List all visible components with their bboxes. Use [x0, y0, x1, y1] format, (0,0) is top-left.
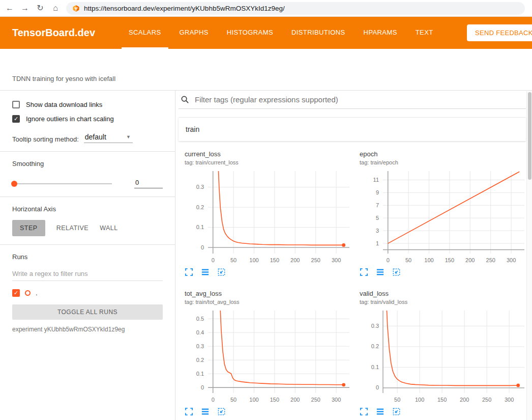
svg-text:0.1: 0.1 [371, 364, 379, 370]
chart-tag: tag: train/epoch [360, 159, 527, 165]
svg-text:200: 200 [290, 397, 300, 403]
chart-title: epoch [360, 150, 527, 158]
sidebar-divider [0, 151, 175, 152]
url-text: https://tensorboard.dev/experiment/yKUbh… [84, 5, 285, 12]
svg-text:150: 150 [437, 397, 447, 403]
smoothing-slider[interactable] [12, 183, 112, 184]
tooltip-sorting-label: Tooltip sorting method: [12, 135, 79, 143]
address-bar[interactable]: https://tensorboard.dev/experiment/yKUbh… [66, 2, 525, 15]
show-download-links-label: Show data download links [26, 101, 102, 108]
run-row[interactable]: ✓ . [12, 289, 163, 297]
toggle-all-runs-button[interactable]: TOGGLE ALL RUNS [12, 304, 163, 320]
svg-text:200: 200 [460, 397, 469, 403]
svg-text:50: 50 [230, 257, 237, 263]
tooltip-sorting-select[interactable]: default ▼ [84, 133, 133, 143]
svg-text:300: 300 [332, 397, 341, 403]
svg-text:250: 250 [311, 397, 320, 403]
fit-domain-icon[interactable] [392, 268, 401, 276]
ignore-outliers-checkbox-row[interactable]: ✓ Ignore outliers in chart scaling [12, 115, 163, 123]
fit-domain-icon[interactable] [392, 407, 401, 416]
fit-domain-icon[interactable] [217, 268, 226, 276]
chart-actions [185, 268, 352, 276]
tensorboard-favicon [72, 5, 80, 12]
fullscreen-icon[interactable] [185, 268, 193, 276]
tab-text[interactable]: TEXT [408, 17, 440, 49]
smoothing-slider-thumb[interactable] [11, 181, 17, 187]
svg-text:0: 0 [387, 257, 390, 263]
vertical-scrollbar[interactable] [526, 91, 532, 420]
tag-group-train[interactable]: train [179, 118, 526, 141]
svg-text:50: 50 [230, 397, 237, 403]
svg-text:7: 7 [376, 202, 379, 208]
fullscreen-icon[interactable] [185, 407, 193, 416]
smoothing-value[interactable]: 0 [134, 179, 163, 188]
sidebar-divider [0, 244, 175, 245]
chart-actions [360, 268, 527, 276]
chart-tag: tag: train/tot_avg_loss [185, 299, 352, 305]
tab-distributions[interactable]: DISTRIBUTIONS [284, 17, 352, 49]
svg-text:100: 100 [249, 397, 258, 403]
svg-text:0.2: 0.2 [196, 204, 204, 210]
svg-text:0.4: 0.4 [196, 329, 204, 335]
svg-text:0: 0 [212, 257, 215, 263]
fullscreen-icon[interactable] [360, 268, 368, 276]
reload-icon[interactable]: ↻ [36, 4, 45, 12]
chart-canvas: 05010015020025030000.10.20.30.40.5 [185, 306, 352, 406]
chart-card-tot-avg-loss: tot_avg_loss tag: train/tot_avg_loss 050… [179, 290, 352, 416]
runs-selector-icon[interactable] [376, 268, 385, 276]
forward-icon[interactable]: → [20, 4, 29, 12]
svg-text:0.2: 0.2 [371, 343, 379, 349]
axis-relative-button[interactable]: RELATIVE [56, 225, 89, 232]
tab-histograms[interactable]: HISTOGRAMS [220, 17, 280, 49]
chart-canvas: 5010015020025030000.10.20.3 [360, 306, 527, 406]
axis-wall-button[interactable]: WALL [100, 225, 118, 232]
filter-tags-input[interactable] [194, 95, 526, 104]
fit-domain-icon[interactable] [217, 407, 226, 416]
svg-text:0.3: 0.3 [196, 184, 204, 190]
send-feedback-button[interactable]: SEND FEEDBACK [467, 24, 532, 41]
svg-text:100: 100 [424, 257, 433, 263]
tab-hparams[interactable]: HPARAMS [357, 17, 404, 49]
svg-text:250: 250 [311, 257, 320, 263]
fullscreen-icon[interactable] [360, 407, 368, 416]
svg-text:200: 200 [465, 257, 475, 263]
smoothing-label: Smoothing [12, 160, 163, 167]
runs-filter-input[interactable] [12, 268, 163, 281]
svg-text:150: 150 [445, 257, 454, 263]
chart-title: tot_avg_loss [185, 290, 352, 297]
tab-scalars[interactable]: SCALARS [122, 17, 168, 49]
chart-canvas: 05010015020025030000.10.20.3 [185, 167, 352, 267]
experiment-description: TDNN training for yesno with icefall [0, 49, 532, 91]
back-icon[interactable]: ← [5, 4, 14, 12]
runs-label: Runs [12, 253, 163, 261]
runs-selector-icon[interactable] [201, 407, 210, 416]
axis-step-button[interactable]: STEP [12, 220, 45, 236]
svg-text:300: 300 [507, 257, 516, 263]
tag-group-title: train [186, 125, 199, 133]
search-icon [181, 95, 189, 104]
run-checkbox[interactable]: ✓ [12, 289, 20, 297]
tooltip-sorting-value: default [85, 133, 106, 141]
chart-tag: tag: train/current_loss [185, 159, 352, 165]
show-download-links-checkbox-row[interactable]: ✓ Show data download links [12, 101, 163, 108]
svg-text:0: 0 [201, 244, 204, 250]
main-nav: SCALARS GRAPHS HISTOGRAMS DISTRIBUTIONS … [120, 17, 442, 49]
chart-title: valid_loss [360, 290, 527, 297]
runs-selector-icon[interactable] [376, 407, 385, 416]
scrollbar-thumb[interactable] [528, 92, 531, 180]
home-icon[interactable]: ⌂ [51, 4, 60, 12]
tab-graphs[interactable]: GRAPHS [172, 17, 216, 49]
svg-text:200: 200 [290, 257, 300, 263]
browser-chrome: ← → ↻ ⌂ https://tensorboard.dev/experime… [0, 0, 532, 17]
ignore-outliers-label: Ignore outliers in chart scaling [26, 115, 114, 123]
chart-actions [360, 407, 527, 416]
chart-canvas: 0501001502002503001357911 [360, 167, 527, 267]
charts-grid: current_loss tag: train/current_loss 050… [179, 141, 526, 416]
svg-text:11: 11 [373, 177, 379, 183]
show-download-links-checkbox[interactable]: ✓ [12, 101, 20, 108]
runs-selector-icon[interactable] [201, 268, 210, 276]
svg-text:0.3: 0.3 [196, 343, 204, 349]
ignore-outliers-checkbox[interactable]: ✓ [12, 115, 20, 123]
chart-card-current-loss: current_loss tag: train/current_loss 050… [179, 150, 352, 276]
svg-text:50: 50 [394, 397, 400, 403]
